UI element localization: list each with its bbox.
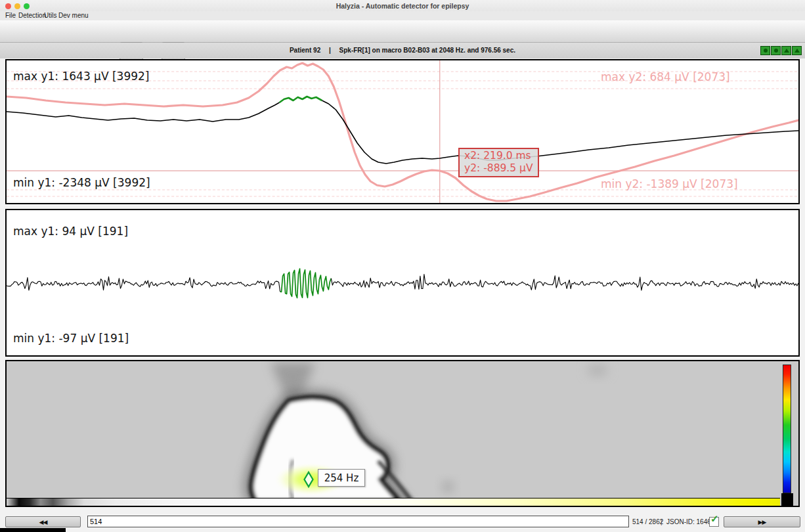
toggle-up-button-1[interactable] — [781, 46, 791, 55]
faint-smudge — [587, 365, 608, 376]
spike-trace-black-post — [322, 100, 798, 164]
toolbar — [0, 20, 805, 43]
spike-min-y1-label: min y1: -2348 µV [3992] — [13, 176, 150, 189]
titlebar: Halyzia - Automatic detector for epileps… — [0, 0, 805, 11]
recording-info: Patient 92 | Spk-FR[1] on macro B02-B03 … — [0, 43, 805, 58]
filtered-max-y1-label: max y1: 94 µV [191] — [13, 225, 128, 238]
spike-max-y2-label: max y2: 684 µV [2073] — [601, 70, 730, 83]
filtered-min-y1-label: min y1: -97 µV [191] — [13, 332, 129, 345]
fast-forward-icon: ▶▶ — [758, 519, 766, 525]
statusbar: Patient 92 | Spk-FR[1] on macro B02-B03 … — [0, 43, 805, 58]
menu-item-utils[interactable]: Utils — [44, 12, 56, 20]
frequency-marker-label: 254 Hz — [318, 469, 365, 487]
menu-item-detection[interactable]: Detection — [18, 12, 46, 20]
filtered-trace-black-pre — [7, 277, 280, 292]
checkmark-icon: ✓ — [710, 513, 719, 525]
dot-icon — [774, 49, 778, 53]
menu-item-dev-menu[interactable]: Dev menu — [58, 12, 89, 20]
triangle-up-icon — [794, 49, 800, 53]
spike-min-y2-label: min y2: -1389 µV [2073] — [601, 177, 738, 190]
filtered-trace-green — [280, 269, 332, 298]
colorbar — [783, 365, 791, 493]
toggle-dot-button-1[interactable] — [760, 46, 770, 55]
toggle-dot-button-2[interactable] — [771, 46, 781, 55]
patient-label: Patient 92 — [290, 47, 320, 54]
event-index-input[interactable] — [87, 516, 629, 527]
event-counter: 514 / 2862 — [632, 518, 663, 525]
spike-max-y1-label: max y1: 1643 µV [3992] — [13, 70, 150, 83]
spectrogram-panel[interactable]: 254 Hz — [5, 360, 800, 507]
spectrogram-svg — [7, 361, 798, 498]
spike-trace-green — [280, 97, 322, 102]
footer-divider: | — [661, 518, 663, 525]
cursor-x2-value: x2: 219.0 ms — [464, 150, 533, 162]
cursor-tooltip: x2: 219.0 ms y2: -889.5 µV — [458, 148, 539, 177]
spike-plot-panel[interactable]: max y1: 1643 µV [3992] min y1: -2348 µV … — [5, 59, 800, 204]
triangle-up-icon — [784, 49, 789, 53]
previous-event-button[interactable]: ◀◀ — [5, 516, 81, 527]
toggle-up-button-2[interactable] — [792, 46, 802, 55]
menubar: File Detection Utils Dev menu — [0, 11, 805, 20]
recording-label: Spk-FR[1] on macro B02-B03 at 2048 Hz. a… — [339, 47, 515, 54]
menu-item-file[interactable]: File — [5, 12, 16, 20]
spectrogram-bottom-strip — [7, 498, 780, 506]
panel-toggle-buttons — [760, 46, 802, 55]
status-divider: | — [329, 47, 331, 54]
rewind-icon: ◀◀ — [39, 519, 47, 525]
cursor-y2-value: y2: -889.5 µV — [464, 162, 533, 175]
colorbar-end-block — [781, 493, 793, 506]
filtered-plot-panel[interactable]: max y1: 94 µV [191] min y1: -97 µV [191] — [5, 209, 800, 357]
background-artifact — [0, 528, 66, 532]
window-title: Halyzia - Automatic detector for epileps… — [0, 2, 805, 10]
faint-spot — [442, 481, 454, 493]
filtered-trace-black-post — [331, 275, 798, 291]
validate-checkbox[interactable]: ✓ — [709, 517, 719, 527]
json-id-label: JSON-ID: 1646 — [666, 518, 711, 525]
dot-icon — [764, 49, 768, 53]
next-event-button[interactable]: ▶▶ — [724, 516, 800, 527]
